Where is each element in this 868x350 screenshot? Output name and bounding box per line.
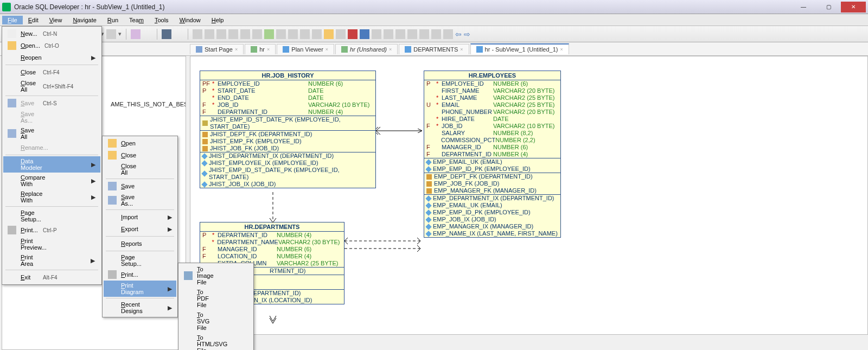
- blank-icon: [8, 212, 16, 220]
- entity-title: HR.JOB_HISTORY: [200, 71, 375, 80]
- tool9-icon[interactable]: [300, 29, 310, 39]
- tool16-icon[interactable]: [443, 29, 453, 39]
- menu-item-print-area[interactable]: Print Area▶: [3, 252, 100, 269]
- menu-item-open-[interactable]: Open...Ctrl-O: [3, 40, 100, 52]
- entity-title: HR.EMPLOYEES: [424, 71, 560, 80]
- entity-employees[interactable]: HR.EMPLOYEES P*EMPLOYEE_IDNUMBER (6)FIRS…: [424, 71, 561, 238]
- tool13-icon[interactable]: [407, 29, 417, 39]
- menu-item-recent-designs[interactable]: Recent Designs▶: [104, 300, 176, 316]
- tool15-icon[interactable]: [431, 29, 441, 39]
- blank-icon: [8, 113, 16, 122]
- menu-item-new-[interactable]: New...Ctrl-N: [3, 28, 100, 40]
- menu-item-reports[interactable]: Reports: [104, 238, 176, 250]
- maximize-button[interactable]: ▢: [816, 2, 841, 12]
- tool-icon[interactable]: [205, 29, 214, 39]
- close-tab-icon[interactable]: ×: [326, 47, 328, 52]
- fit-icon[interactable]: [395, 29, 405, 39]
- tab-hr-unshared-[interactable]: hr (Unshared)×: [335, 44, 398, 54]
- close-tab-icon[interactable]: ×: [560, 47, 563, 52]
- close-tab-icon[interactable]: ×: [267, 47, 270, 52]
- menu-item-print-[interactable]: Print...Ctrl-P: [3, 224, 100, 236]
- img-icon: [184, 271, 193, 280]
- menu-team[interactable]: Team: [124, 16, 149, 24]
- menu-item-to-svg-file[interactable]: To SVG File: [180, 310, 252, 333]
- menu-edit[interactable]: Edit: [23, 16, 44, 24]
- page-icon: [196, 46, 202, 53]
- menu-item-close[interactable]: Close: [104, 149, 176, 161]
- menu-tools[interactable]: Tools: [149, 16, 174, 24]
- diagram-canvas[interactable]: HR.JOB_HISTORY PF*EMPLOYEE_IDNUMBER (6)P…: [190, 56, 868, 335]
- menu-run[interactable]: Run: [102, 16, 124, 24]
- forward-icon[interactable]: [106, 29, 116, 39]
- column-row: FMANAGER_IDNUMBER (6): [200, 246, 344, 253]
- tool8-icon[interactable]: [288, 29, 298, 39]
- menu-item-export[interactable]: Export▶: [104, 223, 176, 235]
- tool10-icon[interactable]: [312, 29, 322, 39]
- menu-item-to-image-file[interactable]: To Image File: [180, 264, 252, 287]
- tool5-icon[interactable]: [252, 29, 262, 39]
- menu-item-close-all[interactable]: Close All: [104, 161, 176, 177]
- tab-departments[interactable]: DEPARTMENTS×: [399, 44, 469, 54]
- menu-item-to-pdf-file[interactable]: To PDF File: [180, 287, 252, 310]
- tool6-icon[interactable]: [264, 29, 274, 39]
- close-tab-icon[interactable]: ×: [235, 47, 238, 52]
- tool7-icon[interactable]: [276, 29, 286, 39]
- blank-icon: [108, 213, 117, 221]
- menu-item-compare-with[interactable]: Compare With▶: [3, 173, 100, 189]
- tool11-icon[interactable]: [324, 29, 334, 39]
- menu-item-replace-with[interactable]: Replace With▶: [3, 189, 100, 205]
- tool14-icon[interactable]: [419, 29, 429, 39]
- menu-navigate[interactable]: Navigate: [67, 16, 101, 24]
- menu-item-open[interactable]: Open: [104, 137, 176, 149]
- close-tab-icon[interactable]: ×: [389, 47, 392, 52]
- menu-item-exit[interactable]: ExitAlt-F4: [3, 271, 100, 283]
- column-row: FDEPARTMENT_IDNUMBER (4): [424, 151, 560, 158]
- menu-item-save: SaveCtrl-S: [3, 97, 100, 109]
- tab-plan-viewer[interactable]: Plan Viewer×: [277, 44, 334, 54]
- menu-item-data-modeler[interactable]: Data Modeler▶: [3, 156, 100, 173]
- close-tab-icon[interactable]: ×: [460, 47, 463, 52]
- menu-item-page-setup-[interactable]: Page Setup...: [104, 252, 176, 269]
- menu-item-page-setup-[interactable]: Page Setup...: [3, 208, 100, 224]
- menu-item-save[interactable]: Save: [104, 180, 176, 192]
- print-diagram-submenu[interactable]: To Image FileTo PDF FileTo SVG FileTo HT…: [178, 263, 254, 350]
- menu-item-save-all[interactable]: Save All: [3, 125, 100, 142]
- tab-hr-subview_1-untitled_1-[interactable]: hr - SubView_1 (Untitled_1)×: [470, 43, 569, 54]
- tool4-icon[interactable]: [240, 29, 250, 39]
- menu-item-print-diagram[interactable]: Print Diagram▶: [104, 281, 176, 297]
- cursor-icon[interactable]: [193, 29, 202, 39]
- nav-icon[interactable]: [360, 29, 369, 39]
- arrow-right-icon[interactable]: ⇨: [464, 30, 470, 39]
- menu-item-import[interactable]: Import▶: [104, 211, 176, 223]
- menu-item-print-[interactable]: Print...: [104, 269, 176, 281]
- find-icon[interactable]: [162, 29, 171, 39]
- menu-file[interactable]: File: [2, 16, 23, 24]
- arrow-left-icon[interactable]: ⇦: [455, 30, 462, 39]
- menu-item-close-all[interactable]: Close AllCtrl+Shift-F4: [3, 78, 100, 94]
- zoom-out-icon[interactable]: [384, 29, 393, 39]
- menu-item-print-preview-[interactable]: Print Preview...: [3, 236, 100, 252]
- menu-item-to-html-svg-file[interactable]: To HTML/SVG File: [180, 333, 252, 350]
- delete-icon[interactable]: [348, 29, 358, 39]
- tool12-icon[interactable]: [336, 29, 346, 39]
- menu-help[interactable]: Help: [206, 16, 229, 24]
- file-menu[interactable]: New...Ctrl-NOpen...Ctrl-OReopen▶CloseCtr…: [2, 26, 102, 285]
- menu-item-reopen[interactable]: Reopen▶: [3, 52, 100, 63]
- entity-job-history[interactable]: HR.JOB_HISTORY PF*EMPLOYEE_IDNUMBER (6)P…: [200, 71, 376, 188]
- menu-item-save-as-[interactable]: Save As...: [104, 192, 176, 208]
- close-button[interactable]: ✕: [841, 2, 866, 12]
- menu-view[interactable]: View: [44, 16, 68, 24]
- minimize-button[interactable]: —: [791, 2, 816, 12]
- tool3-icon[interactable]: [228, 29, 238, 39]
- tool2-icon[interactable]: [216, 29, 226, 39]
- tab-hr[interactable]: hr×: [245, 44, 276, 54]
- data-modeler-submenu[interactable]: OpenCloseClose AllSaveSave As...Import▶E…: [102, 136, 178, 317]
- menubar: File Edit View Navigate Run Team Tools W…: [0, 14, 868, 26]
- blank-icon: [8, 273, 16, 282]
- menu-window[interactable]: Window: [174, 16, 206, 24]
- blank-icon: [8, 193, 16, 201]
- menu-item-close[interactable]: CloseCtrl-F4: [3, 66, 100, 78]
- tab-start-page[interactable]: Start Page×: [190, 44, 244, 54]
- sql-icon[interactable]: [131, 29, 141, 39]
- zoom-in-icon[interactable]: [372, 29, 381, 39]
